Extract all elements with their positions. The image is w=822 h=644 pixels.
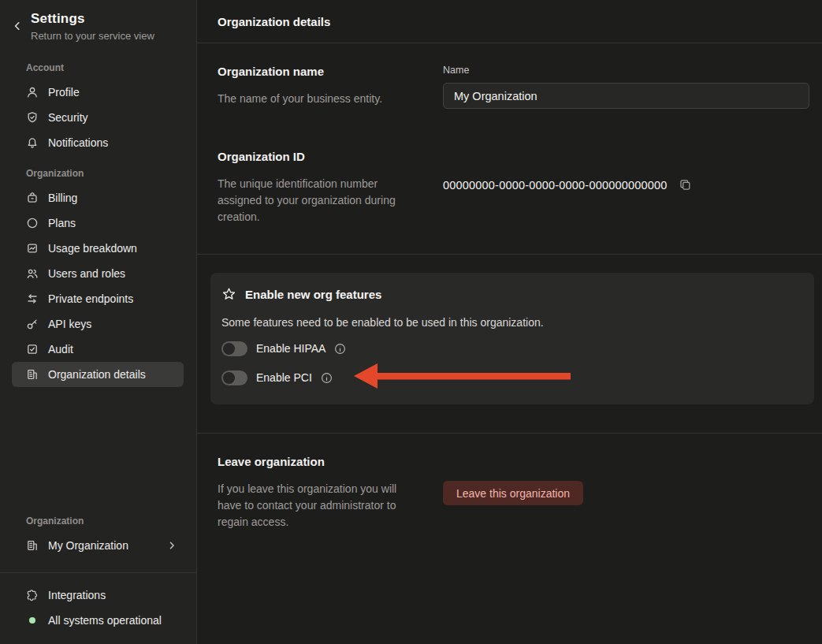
features-card: Enable new org features Some features ne… bbox=[210, 273, 814, 404]
puzzle-icon bbox=[26, 589, 39, 601]
sidebar-footer: Integrations All systems operational bbox=[0, 573, 196, 644]
wallet-icon bbox=[26, 192, 39, 204]
sidebar-item-label: Private endpoints bbox=[48, 292, 133, 305]
features-card-title: Enable new org features bbox=[245, 288, 381, 301]
sidebar-item-label: Plans bbox=[48, 217, 76, 229]
star-icon bbox=[221, 287, 236, 302]
sidebar-item-label: Users and roles bbox=[48, 267, 125, 280]
org-id-description: The unique identification number assigne… bbox=[218, 176, 415, 225]
bell-icon bbox=[26, 136, 39, 149]
sidebar-item-api-keys[interactable]: API keys bbox=[12, 311, 184, 337]
org-name-description: The name of your business entity. bbox=[218, 91, 415, 107]
status-dot-icon bbox=[26, 617, 39, 624]
pci-toggle-label: Enable PCI bbox=[256, 371, 312, 384]
users-icon bbox=[26, 267, 39, 280]
annotation-arrow-icon bbox=[354, 362, 572, 393]
sidebar-item-users-and-roles[interactable]: Users and roles bbox=[12, 261, 184, 286]
sidebar-title: Settings bbox=[31, 11, 154, 27]
chevron-left-icon[interactable] bbox=[11, 20, 24, 42]
sidebar-item-label: Profile bbox=[48, 86, 80, 99]
sidebar-header: Settings Return to your service view bbox=[0, 0, 196, 42]
system-status-item[interactable]: All systems operational bbox=[12, 608, 184, 633]
sidebar-item-security[interactable]: Security bbox=[12, 105, 184, 130]
page-title: Organization details bbox=[197, 0, 822, 43]
system-status-label: All systems operational bbox=[48, 614, 162, 627]
info-icon[interactable] bbox=[334, 343, 346, 355]
copy-icon[interactable] bbox=[679, 178, 692, 192]
leave-org-heading: Leave organization bbox=[218, 455, 415, 468]
sidebar-item-private-endpoints[interactable]: Private endpoints bbox=[12, 286, 184, 311]
features-card-description: Some features need to be enabled to be u… bbox=[221, 316, 802, 329]
sidebar-item-integrations[interactable]: Integrations bbox=[12, 583, 184, 608]
org-id-section: Organization ID The unique identificatio… bbox=[197, 150, 822, 225]
sidebar-item-label: Usage breakdown bbox=[48, 242, 137, 255]
key-icon bbox=[26, 318, 39, 330]
section-label-organization: Organization bbox=[26, 168, 184, 179]
org-switcher-name: My Organization bbox=[48, 539, 128, 552]
name-field-label: Name bbox=[443, 65, 809, 76]
sidebar-item-label: Organization details bbox=[48, 368, 146, 381]
building-icon bbox=[26, 539, 39, 552]
enable-hipaa-toggle[interactable] bbox=[221, 341, 247, 356]
sidebar-item-plans[interactable]: Plans bbox=[12, 210, 184, 236]
sidebar-item-profile[interactable]: Profile bbox=[12, 80, 184, 105]
sidebar-item-usage-breakdown[interactable]: Usage breakdown bbox=[12, 236, 184, 261]
section-divider bbox=[197, 433, 822, 434]
sidebar-item-audit[interactable]: Audit bbox=[12, 337, 184, 362]
user-icon bbox=[26, 86, 39, 99]
sidebar-item-organization-details[interactable]: Organization details bbox=[12, 362, 184, 387]
chevron-right-icon bbox=[166, 540, 177, 551]
settings-page: Settings Return to your service view Acc… bbox=[0, 0, 822, 644]
sidebar-item-notifications[interactable]: Notifications bbox=[12, 130, 184, 155]
arrows-swap-icon bbox=[26, 292, 39, 305]
org-switcher-item[interactable]: My Organization bbox=[12, 533, 184, 558]
org-name-section: Organization name The name of your busin… bbox=[197, 65, 822, 109]
org-name-input[interactable] bbox=[443, 83, 809, 109]
sidebar-item-label: Billing bbox=[48, 192, 77, 204]
info-icon[interactable] bbox=[321, 372, 333, 384]
sidebar-subtitle[interactable]: Return to your service view bbox=[31, 30, 154, 42]
org-id-value: 00000000-0000-0000-0000-000000000000 bbox=[443, 179, 668, 192]
leave-org-description: If you leave this organization you will … bbox=[218, 481, 415, 530]
hipaa-toggle-row: Enable HIPAA bbox=[221, 339, 802, 358]
sidebar-item-label: Notifications bbox=[48, 136, 108, 149]
sidebar-item-label: Audit bbox=[48, 343, 73, 356]
pci-toggle-row: Enable PCI bbox=[221, 368, 802, 387]
sidebar-bottom: Organization My Organization Integration… bbox=[0, 516, 196, 644]
sidebar-item-label: Security bbox=[48, 111, 88, 124]
main-panel: Organization details Organization name T… bbox=[197, 0, 822, 644]
org-id-heading: Organization ID bbox=[218, 150, 415, 163]
chart-icon bbox=[26, 242, 39, 255]
org-name-heading: Organization name bbox=[218, 65, 415, 78]
leave-organization-button[interactable]: Leave this organization bbox=[443, 481, 583, 505]
building-icon bbox=[26, 368, 39, 381]
circle-icon bbox=[26, 217, 39, 229]
sidebar: Settings Return to your service view Acc… bbox=[0, 0, 197, 644]
sidebar-item-label: Integrations bbox=[48, 589, 106, 601]
audit-check-icon bbox=[26, 343, 39, 356]
main-content: Organization name The name of your busin… bbox=[197, 43, 822, 644]
enable-pci-toggle[interactable] bbox=[221, 370, 247, 385]
section-label-account: Account bbox=[26, 62, 184, 73]
sidebar-item-label: API keys bbox=[48, 318, 91, 330]
sidebar-item-billing[interactable]: Billing bbox=[12, 185, 184, 210]
leave-org-section: Leave organization If you leave this org… bbox=[197, 455, 822, 530]
hipaa-toggle-label: Enable HIPAA bbox=[256, 342, 325, 355]
section-divider bbox=[197, 254, 822, 255]
shield-icon bbox=[26, 111, 39, 124]
org-switcher-label: Organization bbox=[26, 516, 184, 527]
